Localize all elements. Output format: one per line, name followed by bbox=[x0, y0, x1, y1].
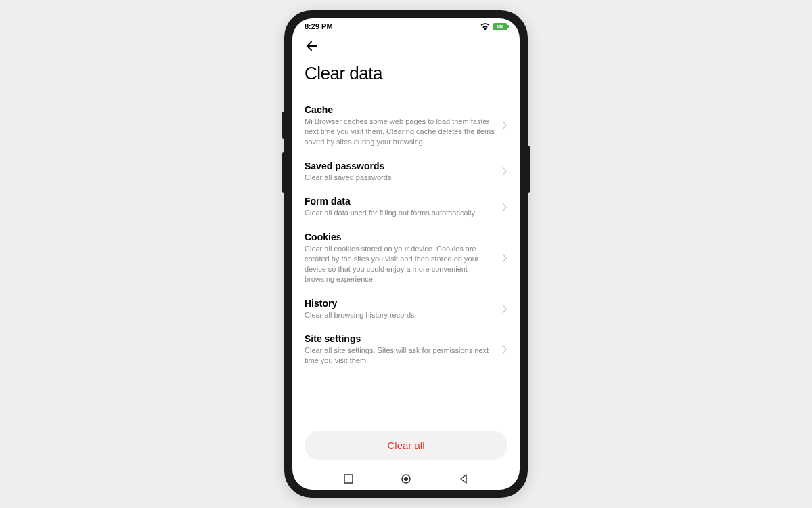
setting-title: Form data bbox=[304, 196, 497, 207]
setting-title: History bbox=[304, 298, 497, 309]
svg-rect-0 bbox=[344, 475, 353, 483]
setting-item-cache[interactable]: Cache Mi Browser caches some web pages t… bbox=[304, 98, 508, 154]
settings-list[interactable]: Cache Mi Browser caches some web pages t… bbox=[292, 98, 520, 421]
phone-side-button bbox=[528, 146, 530, 193]
setting-title: Saved passwords bbox=[304, 161, 497, 171]
chevron-right-icon bbox=[502, 304, 508, 314]
android-nav-bar bbox=[292, 467, 520, 490]
setting-item-form-data[interactable]: Form data Clear all data used for fillin… bbox=[304, 189, 508, 225]
setting-item-history[interactable]: History Clear all browsing history recor… bbox=[304, 291, 508, 327]
setting-item-site-settings[interactable]: Site settings Clear all site settings. S… bbox=[304, 326, 508, 373]
status-right: 100 bbox=[480, 23, 508, 30]
phone-screen: 8:29 PM 100 Clear data Cache Mi Browser … bbox=[292, 18, 520, 490]
status-bar: 8:29 PM 100 bbox=[292, 18, 520, 32]
setting-title: Cookies bbox=[304, 232, 497, 242]
setting-title: Cache bbox=[304, 104, 497, 115]
back-button[interactable] bbox=[304, 39, 508, 54]
chevron-right-icon bbox=[502, 345, 508, 354]
nav-recent-button[interactable] bbox=[335, 474, 362, 484]
nav-header bbox=[292, 32, 520, 54]
footer: Clear all bbox=[292, 421, 520, 467]
setting-desc: Clear all browsing history records bbox=[304, 310, 497, 320]
setting-desc: Mi Browser caches some web pages to load… bbox=[304, 117, 497, 147]
setting-item-saved-passwords[interactable]: Saved passwords Clear all saved password… bbox=[304, 154, 508, 190]
battery-icon: 100 bbox=[493, 23, 508, 30]
phone-side-button bbox=[282, 152, 284, 193]
battery-level: 100 bbox=[497, 24, 503, 28]
wifi-icon bbox=[480, 23, 490, 30]
svg-point-2 bbox=[404, 477, 408, 481]
chevron-right-icon bbox=[502, 121, 508, 130]
clear-all-button[interactable]: Clear all bbox=[304, 431, 508, 460]
chevron-right-icon bbox=[502, 167, 508, 176]
setting-desc: Clear all data used for filling out form… bbox=[304, 208, 497, 218]
status-time: 8:29 PM bbox=[304, 22, 333, 30]
nav-home-button[interactable] bbox=[392, 473, 420, 484]
chevron-right-icon bbox=[502, 203, 508, 212]
setting-desc: Clear all cookies stored on your device.… bbox=[304, 244, 497, 284]
phone-frame: 8:29 PM 100 Clear data Cache Mi Browser … bbox=[284, 10, 528, 498]
page-title: Clear data bbox=[292, 54, 520, 98]
chevron-right-icon bbox=[502, 253, 508, 263]
setting-title: Site settings bbox=[304, 333, 497, 344]
nav-back-button[interactable] bbox=[450, 474, 477, 484]
phone-side-button bbox=[282, 112, 284, 139]
setting-desc: Clear all saved passwords bbox=[304, 173, 497, 183]
setting-item-cookies[interactable]: Cookies Clear all cookies stored on your… bbox=[304, 225, 508, 291]
setting-desc: Clear all site settings. Sites will ask … bbox=[304, 345, 497, 366]
